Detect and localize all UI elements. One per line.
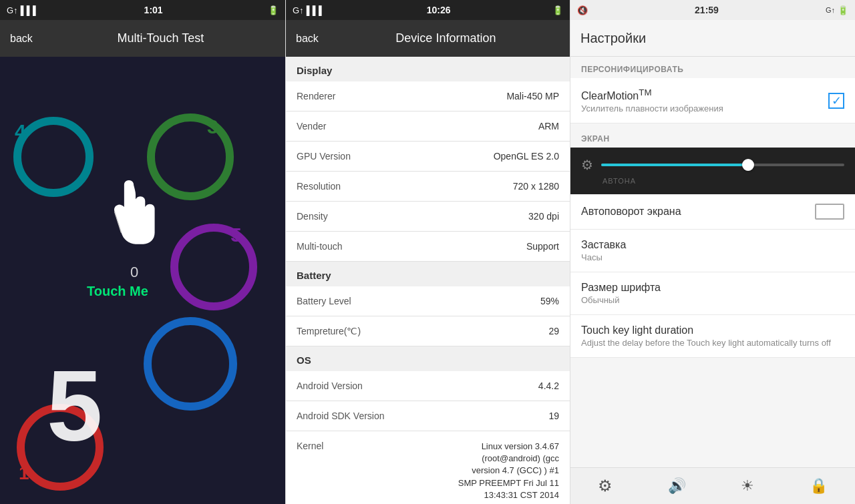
status-right-2: 🔋 [552,5,563,15]
touch-key-light-text: Touch key light duration Adjust the dela… [581,324,844,348]
vender-label: Vender [297,121,326,132]
hand-icon [99,180,159,247]
clearmotion-sub: Усилитель плавности изображения [581,103,828,113]
number-0: 0 [130,264,138,281]
back-button-2[interactable]: back [296,33,319,45]
autorotate-toggle[interactable] [815,204,844,220]
checkmark-icon: ✓ [832,93,842,108]
nav-settings-icon[interactable]: ⚙ [598,477,613,495]
kernel-value: Linux version 3.4.67 (root@android) (gcc… [458,441,559,501]
battery-section-header: Battery [286,262,570,286]
brightness-row[interactable]: ⚙ АВТОНА [570,148,855,194]
resolution-row: Resolution 720 x 1280 [286,172,570,202]
screensaver-sub: Часы [581,252,844,262]
fontsize-text: Размер шрифта Обычный [581,282,844,305]
multitouch-value: Support [526,241,559,252]
nav-brightness-icon[interactable]: ☀ [741,477,754,495]
multitouch-row: Multi-touch Support [286,232,570,262]
time-2: 10:26 [427,5,451,15]
panel2-title: Device Information [332,31,560,45]
nav-volume-icon[interactable]: 🔊 [668,477,686,495]
display-section-header: Display [286,57,570,81]
gpu-row: GPU Version OpenGL ES 2.0 [286,142,570,172]
auto-label: АВТОНА [581,177,844,185]
gpu-value: OpenGL ES 2.0 [494,151,559,162]
signal-bars: ▌▌▌ [21,5,39,15]
clearmotion-checkbox[interactable]: ✓ [828,93,844,109]
touch-me-label: Touch Me [87,284,148,299]
back-button-1[interactable]: back [10,33,33,45]
battery-icon: 🔋 [268,5,279,15]
fontsize-row[interactable]: Размер шрифта Обычный [570,272,855,315]
density-value: 320 dpi [528,211,559,222]
battery-level-row: Battery Level 59% [286,286,570,316]
vender-row: Vender ARM [286,111,570,142]
circle-5 [170,224,257,310]
number-5-top: 5 [230,224,242,246]
battery-icon-2: 🔋 [552,5,563,15]
temperature-row: Tempreture(℃) 29 [286,316,570,346]
screensaver-text: Заставка Часы [581,239,844,262]
renderer-label: Renderer [297,91,335,101]
os-section-header: OS [286,346,570,371]
panel-device-info: G↑ ▌▌▌ 10:26 🔋 back Device Information D… [285,0,570,504]
status-bar-1: G↑ ▌▌▌ 1:01 🔋 [0,0,285,20]
clearmotion-row[interactable]: ClearMotionTM Усилитель плавности изобра… [570,78,855,123]
nav-lock-icon[interactable]: 🔒 [810,477,828,495]
autorotate-main: Автоповорот экрана [581,206,815,218]
number-1: 1 [19,463,29,484]
android-version-label: Android Version [297,381,363,391]
touch-key-light-sub: Adjust the delay before the Touch key li… [581,338,844,348]
temperature-value: 29 [548,326,559,336]
brightness-fill [601,164,747,166]
signal-bars-2: ▌▌▌ [307,5,325,15]
multitouch-label: Multi-touch [297,241,342,252]
resolution-value: 720 x 1280 [513,181,559,192]
signal-icon-2: G↑ [293,5,304,15]
status-left-2: G↑ ▌▌▌ [293,5,325,15]
android-version-row: Android Version 4.4.2 [286,371,570,401]
toolbar-3: Настройки [570,20,855,57]
touch-key-light-row[interactable]: Touch key light duration Adjust the dela… [570,315,855,358]
kernel-row: Kernel Linux version 3.4.67 (root@androi… [286,431,570,504]
circle-3 [147,113,234,200]
toolbar-2: back Device Information [286,20,570,57]
fontsize-sub: Обычный [581,295,844,305]
mute-icon: 🔇 [577,5,588,15]
signal-icon: G↑ [7,5,18,15]
multitouch-canvas[interactable]: 4 3 5 1 0 5 Touch Me [0,57,285,504]
density-label: Density [297,211,328,222]
sdk-version-label: Android SDK Version [297,411,385,421]
settings-content: ПЕРСОНИФИЦИРОВАТЬ ClearMotionTM Усилител… [570,57,855,467]
screensaver-main: Заставка [581,239,844,251]
screensaver-row[interactable]: Заставка Часы [570,230,855,272]
sdk-version-value: 19 [548,411,559,421]
screen-section-label: ЭКРАН [570,123,855,148]
renderer-row: Renderer Mali-450 MP [286,81,570,111]
circle-2 [144,317,237,411]
kernel-label: Kernel [297,441,323,451]
touch-key-light-main: Touch key light duration [581,324,844,336]
number-3: 3 [207,115,218,138]
autorotate-text: Автоповорот экрана [581,206,815,218]
vender-value: ARM [538,121,559,132]
status-right-3: G↑ 🔋 [826,5,848,15]
personalize-section-label: ПЕРСОНИФИЦИРОВАТЬ [570,57,855,78]
time-1: 1:01 [144,5,163,15]
status-left-3: 🔇 [577,5,588,15]
settings-title: Настройки [580,31,646,46]
fontsize-main: Размер шрифта [581,282,844,294]
density-row: Density 320 dpi [286,202,570,232]
resolution-label: Resolution [297,181,341,192]
bottom-navigation: ⚙ 🔊 ☀ 🔒 [570,467,855,504]
battery-level-value: 59% [540,296,559,306]
autorotate-row[interactable]: Автоповорот экрана [570,194,855,230]
toolbar-1: back Multi-Touch Test [0,20,285,57]
battery-level-label: Battery Level [297,296,351,306]
device-info-content: Display Renderer Mali-450 MP Vender ARM … [286,57,570,504]
number-4: 4 [15,120,26,143]
brightness-thumb[interactable] [742,159,754,171]
big-five: 5 [47,348,102,464]
panel-settings: 🔇 21:59 G↑ 🔋 Настройки ПЕРСОНИФИЦИРОВАТЬ… [570,0,855,504]
clearmotion-main: ClearMotionTM [581,87,828,102]
